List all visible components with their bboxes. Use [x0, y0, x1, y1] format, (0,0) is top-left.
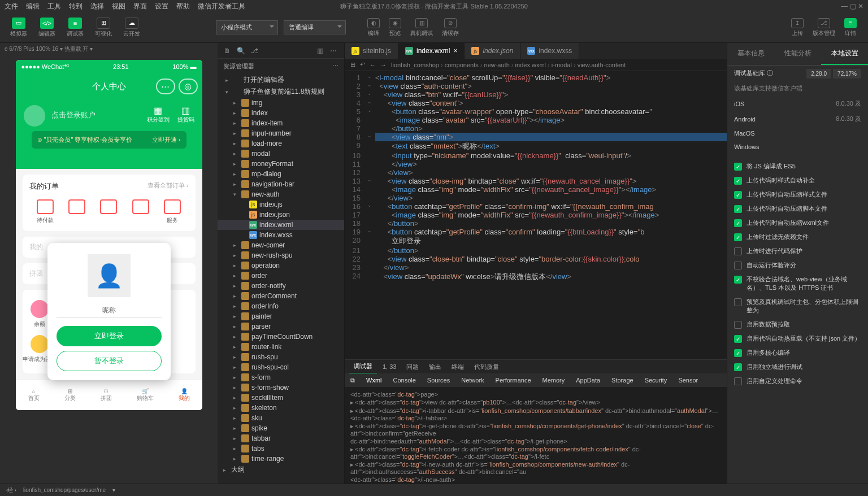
tree-index.json[interactable]: jsindex.json	[218, 210, 344, 220]
tree-index.js[interactable]: jsindex.js	[218, 199, 344, 210]
editor-tab-index.json[interactable]: jsindex.json	[465, 43, 520, 59]
setting-check[interactable]: ✓上传代码时自动压缩样式文件	[727, 188, 868, 202]
upload-button[interactable]: ↥上传	[787, 17, 808, 38]
simulator-meta[interactable]: e 6/7/8 Plus 100% 16 ▾ 热重载 开 ▾	[0, 43, 218, 55]
nickname-input[interactable]	[57, 303, 162, 318]
setting-check[interactable]: ✓上传时过滤无依赖文件	[727, 230, 868, 244]
visual-button[interactable]: ⊞可视化	[92, 16, 115, 39]
detail-button[interactable]: ≡详情	[840, 17, 861, 38]
setting-check[interactable]: 上传时进行代码保护	[727, 244, 868, 258]
debug-tab-1, 33[interactable]: 1, 33	[378, 361, 401, 372]
tree-order[interactable]: ▸order	[218, 271, 344, 281]
inspect-icon[interactable]: ⧉	[350, 377, 355, 384]
capsule-buttons[interactable]: ⋯◎	[156, 79, 198, 94]
clouddev-button[interactable]: ☁云开发	[120, 16, 144, 39]
debug-tab-调试器[interactable]: 调试器	[349, 360, 377, 374]
tab-cart[interactable]: 🛒购物车	[137, 388, 154, 402]
menu-设置[interactable]: 设置	[155, 2, 168, 11]
tree-load-more[interactable]: ▸load-more	[218, 138, 344, 149]
devtools-tab-Sources[interactable]: Sources	[427, 377, 450, 384]
page-path[interactable]: lionfish_comshop/pages/user/me	[23, 487, 106, 493]
menu-微信开发者工具[interactable]: 微信开发者工具	[198, 2, 245, 11]
remote-debug-button[interactable]: ▥真机调试	[406, 17, 437, 38]
version-button[interactable]: ⎇版本管理	[808, 17, 840, 38]
mode-select[interactable]: 小程序模式	[216, 20, 278, 34]
menu-工具[interactable]: 工具	[47, 2, 61, 11]
more-icon[interactable]: ⋯	[327, 45, 340, 57]
breadcrumb[interactable]: ⊞ ↶ ← → lionfish_comshop › components › …	[345, 59, 727, 71]
editor-tab-index.wxml[interactable]: wxindex.wxml×	[398, 43, 465, 59]
tab-me[interactable]: 👤我的	[179, 388, 190, 402]
editor-tab-index.wxss[interactable]: wxindex.wxss	[520, 43, 579, 59]
tree-new-rush-spu[interactable]: ▸new-rush-spu	[218, 250, 344, 260]
tree-tabs[interactable]: ▸tabs	[218, 443, 344, 454]
search-tab-icon[interactable]: 🔍	[235, 45, 247, 57]
setting-check[interactable]: ✓上传代码时样式自动补全	[727, 173, 868, 188]
tree-s-form-show[interactable]: ▸s-form-show	[218, 382, 344, 393]
modal-avatar[interactable]: 👤	[88, 254, 131, 297]
git-tab-icon[interactable]: ⎇	[248, 45, 261, 57]
setting-check[interactable]: ✓启用多核心编译	[727, 346, 868, 360]
tree-moneyFormat[interactable]: ▸moneyFormat	[218, 159, 344, 169]
tree-payTimeCountDown[interactable]: ▸payTimeCountDown	[218, 332, 344, 342]
devtools-tab-AppData[interactable]: AppData	[576, 377, 600, 384]
order-pending[interactable]: 待付款	[37, 199, 54, 224]
tree-index.wxss[interactable]: wxindex.wxss	[218, 230, 344, 240]
editor-button[interactable]: </>编辑器	[35, 16, 59, 39]
nav-back-icon[interactable]: ⊞	[350, 61, 355, 68]
menu-帮助[interactable]: 帮助	[176, 2, 190, 11]
tree-s-form[interactable]: ▸s-form	[218, 372, 344, 382]
tree-input-number[interactable]: ▸input-number	[218, 128, 344, 138]
setting-check[interactable]: ✓将 JS 编译成 ES5	[727, 159, 868, 173]
menu-文件[interactable]: 文件	[5, 2, 18, 11]
menu-编辑[interactable]: 编辑	[26, 2, 40, 11]
detail-tab-性能分析[interactable]: 性能分析	[774, 43, 821, 65]
preview-button[interactable]: ◉预览	[384, 17, 406, 38]
tree-painter[interactable]: ▸painter	[218, 311, 344, 321]
close-tab-icon[interactable]: ×	[453, 47, 457, 55]
tree-狮子鱼修复前端11.8新规则[interactable]: ▾狮子鱼修复前端11.8新规则	[218, 86, 344, 98]
code-area[interactable]: 1⌄<i-modal bind:cancel="close" scrollUp=…	[345, 71, 727, 359]
user-info[interactable]: 点击登录账户 ▦积分签到 ▥提货码 ⊙ "贝壳会员" 尊享特权·会员专享价立即开…	[16, 99, 202, 169]
tree-index-item[interactable]: ▸index-item	[218, 118, 344, 128]
setting-check[interactable]: 预览及真机调试时主包、分包体积上限调整为	[727, 295, 868, 317]
wxml-tree[interactable]: <dc-attr">class="dc-tag">page> ▸<dc-attr…	[345, 387, 727, 484]
tree-new-auth[interactable]: ▾new-auth	[218, 189, 344, 199]
tree-navigation-bar[interactable]: ▸navigation-bar	[218, 179, 344, 189]
tree-time-range[interactable]: ▸time-range	[218, 454, 344, 464]
tree-seckillItem[interactable]: ▸seckillItem	[218, 393, 344, 403]
outline-section[interactable]: ▸ 大纲	[218, 464, 344, 476]
devtools-tab-Storage[interactable]: Storage	[611, 377, 633, 384]
menu-视图[interactable]: 视图	[112, 2, 125, 11]
tree-tabbar[interactable]: ▸tabbar	[218, 433, 344, 443]
tree-img[interactable]: ▸img	[218, 98, 344, 108]
menu-选择[interactable]: 选择	[90, 2, 104, 11]
setting-check[interactable]: 启用数据预拉取	[727, 317, 868, 332]
login-button[interactable]: 立即登录	[57, 326, 162, 346]
lib-version-select[interactable]: 2.28.0	[806, 69, 831, 79]
tab-category[interactable]: ⊞分类	[64, 388, 76, 402]
tree-router-link[interactable]: ▸router-link	[218, 342, 344, 352]
tree-orderInfo[interactable]: ▸orderInfo	[218, 301, 344, 311]
debug-tab-终端[interactable]: 终端	[447, 360, 468, 373]
editor-tab-siteinfo.js[interactable]: jssiteinfo.js	[345, 43, 398, 59]
tree-modal[interactable]: ▸modal	[218, 149, 344, 159]
setting-check[interactable]: ✓上传代码时自动压缩wxml文件	[727, 216, 868, 230]
compile-mode-select[interactable]: 普通编译	[284, 20, 346, 34]
tree-operation[interactable]: ▸operation	[218, 260, 344, 271]
vip-banner[interactable]: ⊙ "贝壳会员" 尊享特权·会员专享价立即开通 ›	[32, 131, 186, 149]
clear-cache-button[interactable]: ⊘清缓存	[437, 17, 463, 38]
devtools-tab-Security[interactable]: Security	[645, 377, 667, 384]
compile-button[interactable]: ◐编译	[363, 17, 384, 38]
tree-mp-dialog[interactable]: ▸mp-dialog	[218, 169, 344, 179]
debugger-button[interactable]: ≡调试器	[63, 16, 87, 39]
pickup-icon[interactable]: ▥提货码	[177, 105, 194, 124]
menu-界面[interactable]: 界面	[133, 2, 147, 11]
tree-spike[interactable]: ▸spike	[218, 423, 344, 433]
devtools-tab-Wxml[interactable]: Wxml	[366, 377, 382, 384]
setting-check[interactable]: 自动运行体验评分	[727, 258, 868, 272]
skip-login-button[interactable]: 暂不登录	[57, 351, 162, 371]
setting-check[interactable]: ✓不校验合法域名、web-view（业务域名）、TLS 本以及 HTTPS 证书	[727, 272, 868, 295]
devtools-tab-Sensor[interactable]: Sensor	[678, 377, 698, 384]
debug-tab-问题[interactable]: 问题	[402, 360, 423, 373]
